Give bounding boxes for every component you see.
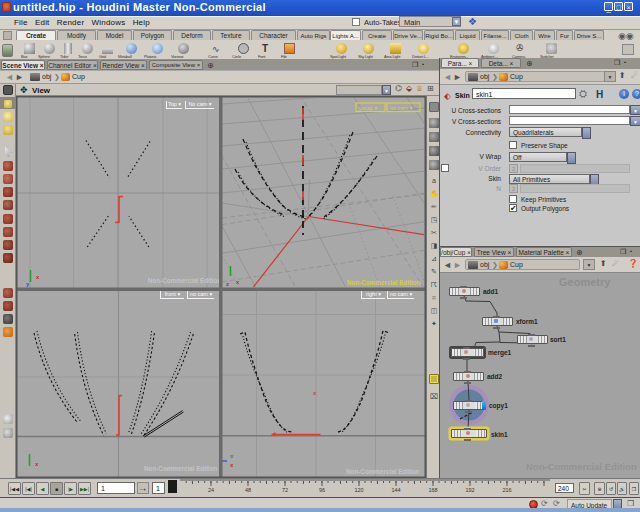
svg-text:y: y <box>26 281 30 287</box>
svg-text:168: 168 <box>428 487 437 493</box>
svg-text:Non-Commercial Edition: Non-Commercial Edition <box>144 465 218 472</box>
svg-text:Non-Commercial Edition: Non-Commercial Edition <box>347 279 421 286</box>
svg-text:96: 96 <box>319 487 325 493</box>
svg-text:no cam ▾: no cam ▾ <box>390 105 413 111</box>
svg-text:48: 48 <box>245 487 251 493</box>
svg-text:z: z <box>226 281 229 287</box>
svg-text:x: x <box>36 274 40 280</box>
svg-text:144: 144 <box>391 487 400 493</box>
svg-text:Non-Commercial Edition: Non-Commercial Edition <box>148 277 222 284</box>
svg-text:120: 120 <box>354 487 363 493</box>
svg-text:Non-Commercial Edition: Non-Commercial Edition <box>346 468 420 475</box>
svg-text:x: x <box>230 453 234 459</box>
svg-text:216: 216 <box>502 487 511 493</box>
svg-text:72: 72 <box>282 487 288 493</box>
svg-text:24: 24 <box>208 487 214 493</box>
svg-text:x: x <box>236 279 240 285</box>
svg-text:persp ▾: persp ▾ <box>359 105 377 111</box>
svg-text:192: 192 <box>465 487 474 493</box>
svg-text:x: x <box>35 461 39 467</box>
svg-text:x: x <box>230 462 234 468</box>
